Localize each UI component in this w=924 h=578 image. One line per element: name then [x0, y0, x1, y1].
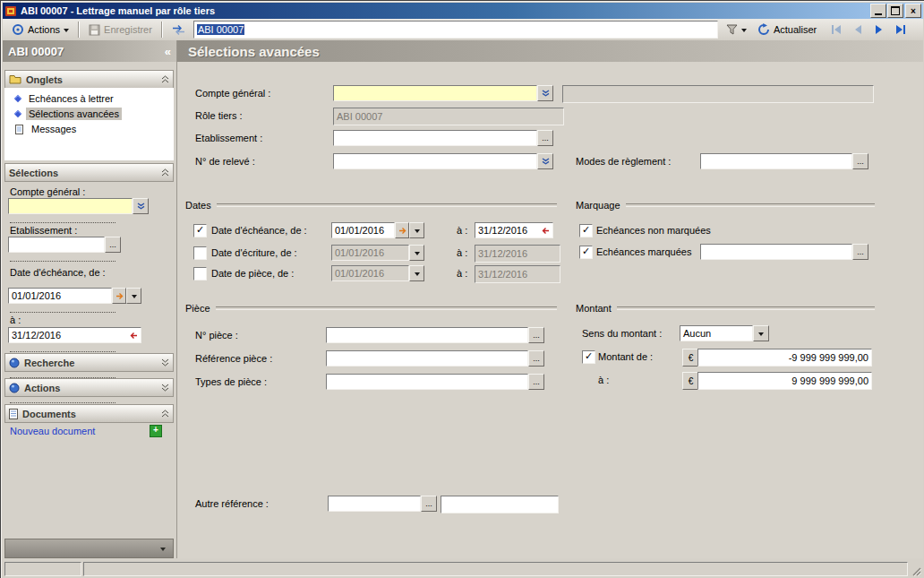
date-from-field[interactable]: 01/01/2016: [8, 288, 141, 304]
minimize-button[interactable]: [870, 4, 886, 18]
red-arrow-icon[interactable]: [542, 227, 550, 235]
dropdown-button[interactable]: [753, 325, 769, 341]
next-record-button[interactable]: [870, 22, 888, 38]
date-dropdown-button[interactable]: [126, 288, 141, 304]
echeances-non-marquees-checkbox[interactable]: ✓: [579, 224, 593, 237]
autre-reference-field[interactable]: ...: [328, 496, 437, 512]
close-button[interactable]: ×: [905, 4, 921, 18]
actions-menu-button[interactable]: Actions: [6, 21, 74, 39]
date-ecriture-from-field[interactable]: 01/01/2016: [331, 245, 424, 261]
sidebar-item-selections-avancees[interactable]: Sélections avancées: [8, 107, 172, 121]
date-dropdown-button[interactable]: [409, 222, 424, 238]
lookup-chevron-button[interactable]: [537, 153, 553, 169]
date-value: 01/01/2016: [331, 245, 409, 261]
montant-a-field[interactable]: 9 999 999 999,00: [697, 372, 872, 390]
dotted-separator: [10, 259, 116, 262]
refresh-icon: [757, 23, 770, 36]
browse-button[interactable]: ...: [528, 374, 544, 390]
refresh-button[interactable]: Actualiser: [752, 21, 822, 39]
group-title: Pièce: [185, 303, 210, 314]
section-header-onglets[interactable]: Onglets: [4, 70, 174, 89]
browse-button[interactable]: ...: [528, 350, 544, 367]
date-piece-from-field[interactable]: 01/01/2016: [331, 265, 424, 281]
etablissement-field[interactable]: ...: [8, 237, 121, 253]
onglets-panel: Echéances à lettrer Sélections avancées …: [4, 88, 174, 160]
sidebar-item-messages[interactable]: Messages: [8, 122, 172, 136]
echeances-marquees-field[interactable]: ...: [700, 244, 868, 260]
date-ecriture-checkbox[interactable]: [193, 246, 207, 260]
browse-button[interactable]: ...: [105, 237, 121, 253]
modes-reglement-field[interactable]: ...: [700, 153, 868, 169]
etablissement-label: Etablissement :: [10, 225, 77, 236]
date-echeance-checkbox[interactable]: ✓: [193, 224, 207, 237]
previous-record-button[interactable]: [849, 22, 867, 38]
date-dropdown-button[interactable]: [409, 265, 424, 281]
date-piece-checkbox[interactable]: [193, 267, 207, 280]
save-button[interactable]: Enregistrer: [83, 22, 158, 39]
dotted-separator: [10, 220, 116, 223]
echeances-marquees-checkbox[interactable]: ✓: [579, 246, 593, 259]
last-record-button[interactable]: [892, 22, 910, 38]
maximize-button[interactable]: [887, 4, 903, 18]
sidebar-collapse-button[interactable]: «: [165, 45, 171, 58]
link-records-button[interactable]: [167, 22, 191, 39]
browse-button[interactable]: ...: [852, 153, 868, 169]
sidebar-bottom-bar[interactable]: [4, 539, 174, 558]
browse-button[interactable]: ...: [421, 496, 437, 512]
sidebar-title: ABI 00007: [8, 45, 165, 58]
new-document-link[interactable]: Nouveau document: [10, 426, 95, 436]
date-value: 31/12/2016: [478, 269, 527, 280]
section-header-documents[interactable]: Documents: [4, 404, 174, 423]
filter-dropdown-icon: [741, 29, 747, 35]
echeances-marquees-value: [700, 244, 852, 260]
record-field[interactable]: ABI 00007: [193, 21, 718, 39]
resize-grip[interactable]: [910, 562, 921, 576]
sens-montant-combo[interactable]: Aucun: [680, 325, 769, 341]
section-header-recherche[interactable]: Recherche: [4, 353, 174, 372]
dates-group-heading: Dates: [185, 200, 557, 211]
orange-arrow-icon: [398, 227, 406, 235]
sidebar-item-echeances-a-lettrer[interactable]: Echéances à lettrer: [8, 91, 172, 106]
releve-combo[interactable]: [333, 153, 553, 169]
montant-de-field[interactable]: -9 999 999 999,00: [697, 349, 872, 367]
browse-button[interactable]: ...: [528, 327, 544, 343]
lookup-chevron-button[interactable]: [537, 85, 553, 101]
num-piece-field[interactable]: ...: [326, 327, 544, 343]
browse-button[interactable]: ...: [537, 130, 553, 146]
etablissement-field[interactable]: ...: [333, 130, 553, 146]
date-scroll-button[interactable]: [112, 288, 126, 304]
chevron-up-double-icon: [161, 75, 169, 83]
reference-piece-field[interactable]: ...: [326, 350, 544, 367]
browse-button[interactable]: ...: [852, 244, 868, 260]
red-arrow-icon[interactable]: [130, 332, 138, 340]
montant-de-checkbox[interactable]: ✓: [582, 350, 595, 364]
date-echeance-to-field[interactable]: 31/12/2016: [475, 222, 553, 238]
compte-general-combo[interactable]: [333, 85, 553, 101]
filter-button[interactable]: [721, 22, 752, 38]
date-dropdown-button[interactable]: [409, 245, 424, 261]
date-echeance-from-field[interactable]: 01/01/2016: [331, 222, 424, 238]
num-piece-value: [326, 327, 528, 343]
section-header-selections[interactable]: Sélections: [4, 163, 174, 182]
chevron-down-double-icon: [161, 384, 169, 392]
types-piece-field[interactable]: ...: [326, 374, 544, 390]
dotted-separator: [10, 310, 116, 313]
actions-icon: [12, 23, 24, 36]
add-document-icon[interactable]: +: [150, 425, 162, 437]
section-header-actions[interactable]: Actions: [4, 378, 174, 397]
date-scroll-button[interactable]: [395, 222, 409, 238]
lookup-chevron-button[interactable]: [133, 198, 149, 214]
first-record-button[interactable]: [827, 22, 845, 38]
sidebar-item-label: Messages: [29, 123, 79, 135]
autre-reference-display-field[interactable]: [441, 496, 559, 513]
montant-a-label: à :: [598, 375, 609, 385]
diamond-icon: [14, 95, 21, 102]
num-piece-label: N° pièce :: [195, 330, 238, 341]
etablissement-label: Etablissement :: [195, 133, 262, 143]
app-icon: [4, 4, 17, 17]
compte-general-combo[interactable]: [8, 198, 149, 214]
piece-group-heading: Pièce: [185, 303, 557, 314]
sphere-icon: [9, 383, 20, 393]
modes-reglement-value: [700, 153, 852, 169]
date-to-field[interactable]: 31/12/2016: [8, 327, 141, 343]
